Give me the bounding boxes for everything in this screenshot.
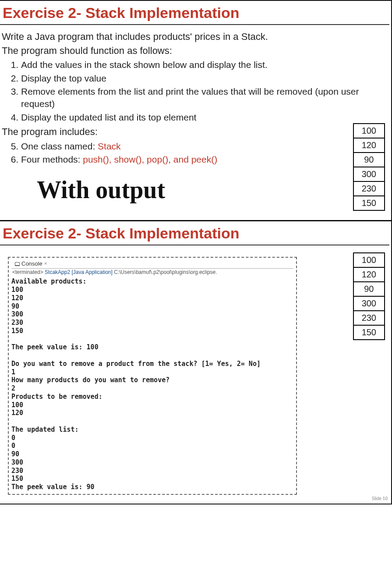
stack-table-2: 100 120 90 300 230 150 bbox=[353, 252, 385, 340]
stack-cell: 90 bbox=[353, 153, 385, 167]
class-name: Stack bbox=[98, 141, 121, 151]
step-2: Display the top value bbox=[21, 72, 389, 85]
includes-list: One class named: Stack Four methods: pus… bbox=[21, 140, 389, 166]
console-tab-label: Console bbox=[21, 260, 42, 267]
slide-2: Exercise 2- Stack Implementation Console… bbox=[0, 220, 392, 504]
stack-cell: 150 bbox=[353, 325, 385, 340]
terminated-prefix: <terminated> bbox=[12, 269, 45, 275]
slide2-title: Exercise 2- Stack Implementation bbox=[0, 221, 389, 245]
slide1-intro: Write a Java program that includes produ… bbox=[2, 30, 389, 57]
slide-1: Exercise 2- Stack Implementation Write a… bbox=[0, 0, 392, 220]
includes-label: The program includes: bbox=[2, 125, 389, 138]
slide2-body: Console × <terminated> StcakApp2 [Java A… bbox=[0, 248, 391, 504]
step6-prefix: Four methods: bbox=[21, 154, 83, 164]
method-names: push(), show(), pop(), and peek() bbox=[83, 154, 217, 164]
step-4: Display the updated list and its top ele… bbox=[21, 111, 389, 124]
terminated-app: StcakApp2 [Java Application] bbox=[45, 269, 113, 275]
step-5: One class named: Stack bbox=[21, 140, 389, 153]
stack-cell: 100 bbox=[353, 253, 385, 267]
intro-line-1: Write a Java program that includes produ… bbox=[2, 30, 389, 43]
terminated-path: C:\Users\bamuf\.p2\pool\plugins\org.ecli… bbox=[113, 269, 217, 275]
step-6: Four methods: push(), show(), pop(), and… bbox=[21, 153, 389, 166]
console-panel: Console × <terminated> StcakApp2 [Java A… bbox=[8, 257, 297, 495]
stack-table-1: 100 120 90 300 230 150 bbox=[353, 123, 385, 211]
slide1-title: Exercise 2- Stack Implementation bbox=[0, 1, 389, 25]
stack-cell: 230 bbox=[353, 311, 385, 325]
step5-prefix: One class named: bbox=[21, 141, 98, 151]
stack-cell: 120 bbox=[353, 138, 385, 153]
stack-cell: 90 bbox=[353, 282, 385, 296]
console-tab[interactable]: Console × bbox=[12, 260, 49, 267]
steps-list: Add the values in the stack shown below … bbox=[21, 59, 389, 124]
stack-cell: 150 bbox=[353, 196, 385, 210]
stack-cell: 300 bbox=[353, 167, 385, 181]
slide1-body: Write a Java program that includes produ… bbox=[0, 28, 391, 220]
slide-number: Slide 10 bbox=[372, 496, 388, 502]
step-1: Add the values in the stack shown below … bbox=[21, 59, 389, 71]
stack-cell: 230 bbox=[353, 181, 385, 196]
console-icon bbox=[15, 262, 20, 266]
close-icon[interactable]: × bbox=[44, 261, 47, 267]
intro-line-2: The program should function as follows: bbox=[2, 44, 389, 57]
step-3: Remove elements from the list and print … bbox=[21, 85, 389, 110]
console-header: Console × bbox=[11, 259, 293, 269]
console-output: Available products: 100 120 90 300 230 1… bbox=[11, 277, 293, 491]
stack-cell: 120 bbox=[353, 267, 385, 282]
with-output-text: With output bbox=[37, 174, 389, 207]
stack-cell: 300 bbox=[353, 296, 385, 311]
console-terminated-line: <terminated> StcakApp2 [Java Application… bbox=[11, 269, 293, 277]
stack-cell: 100 bbox=[353, 124, 385, 138]
